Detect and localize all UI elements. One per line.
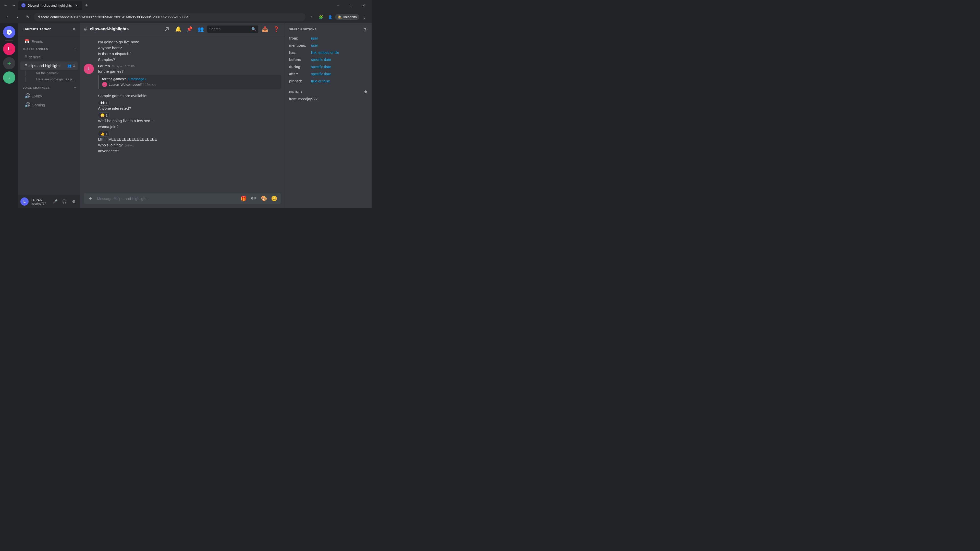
url-input[interactable] bbox=[34, 13, 305, 21]
maximize-button[interactable]: ▭ bbox=[345, 0, 357, 11]
option-val-has: link, embed or file bbox=[311, 51, 339, 55]
sub-channel-here[interactable]: Here are some games p... bbox=[25, 76, 78, 82]
voice-channel-gaming[interactable]: 🔊 Gaming bbox=[21, 100, 78, 109]
reaction-smile[interactable]: 😄 1 bbox=[98, 111, 281, 118]
server-header[interactable]: Lauren's server ∨ bbox=[18, 23, 80, 35]
message-group-lauren: L Lauren Today at 10:25 PM for the games… bbox=[80, 63, 285, 91]
deafen-button[interactable]: 🎧 bbox=[60, 197, 68, 206]
channel-members-icon[interactable]: 👥 bbox=[67, 64, 72, 68]
server-list: + ↓ bbox=[0, 23, 18, 208]
back-nav-button[interactable]: ‹ bbox=[3, 13, 11, 21]
mute-button[interactable]: 🎤 bbox=[51, 197, 59, 206]
add-text-channel-button[interactable]: + bbox=[73, 46, 78, 52]
window-controls: ─ ▭ ✕ bbox=[332, 0, 369, 11]
sample-games-block: Sample games are available! 👀 1 bbox=[80, 93, 285, 106]
history-item-moodjoy[interactable]: from: moodjoy777 bbox=[289, 96, 368, 102]
address-bar: ‹ › ↻ ☆ 🧩 👤 🕵 Incognito ⋮ bbox=[0, 11, 372, 23]
server-icon-green[interactable]: ↓ bbox=[3, 71, 15, 84]
search-option-from[interactable]: from: user bbox=[289, 35, 368, 42]
chevron-down-icon: ∨ bbox=[73, 27, 76, 32]
speaker-icon-gaming: 🔊 bbox=[24, 102, 30, 108]
new-tab-button[interactable]: + bbox=[83, 2, 90, 9]
search-option-pinned[interactable]: pinned: true or false bbox=[289, 78, 368, 85]
channel-icons: 👥 ⚙ bbox=[67, 64, 76, 68]
thread-link[interactable]: 1 Message › bbox=[128, 77, 146, 81]
server-icon-lauren[interactable] bbox=[3, 43, 15, 55]
search-box[interactable]: 🔍 bbox=[207, 25, 258, 33]
forward-button[interactable]: → bbox=[10, 2, 18, 9]
search-option-during[interactable]: during: specific date bbox=[289, 63, 368, 70]
bookmark-button[interactable]: ☆ bbox=[307, 13, 316, 21]
search-option-has[interactable]: has: link, embed or file bbox=[289, 49, 368, 56]
msg-going-live-sec: We'll be going live in a few sec.... bbox=[98, 118, 281, 124]
extensions-button[interactable]: 🧩 bbox=[317, 13, 325, 21]
incognito-badge: 🕵 Incognito bbox=[335, 14, 360, 20]
reaction-thumbsup[interactable]: 👍 1 bbox=[98, 130, 281, 137]
search-input[interactable] bbox=[209, 27, 251, 31]
add-server-button[interactable]: + bbox=[3, 57, 15, 69]
pin-button[interactable]: 📌 bbox=[185, 24, 194, 34]
back-button[interactable]: ← bbox=[2, 2, 9, 9]
voice-channel-lobby[interactable]: 🔊 Lobby bbox=[21, 92, 78, 100]
live-block: LIIIIIIIIVEEEEEEEEEEEEEEEEEE Who's joini… bbox=[80, 137, 285, 154]
thread-reply-author: Lauren bbox=[109, 83, 119, 86]
reaction-count-smile: 1 bbox=[106, 114, 107, 118]
reaction-emoji-eyes: 👀 bbox=[100, 101, 105, 105]
server-name: Lauren's server bbox=[22, 27, 51, 31]
user-settings-button[interactable]: ⚙ bbox=[69, 197, 78, 206]
msg-anyoneeee: anyoneeee? bbox=[98, 148, 281, 154]
notifications-button[interactable]: 🔔 bbox=[173, 24, 183, 34]
events-item[interactable]: 📅 Events bbox=[21, 38, 78, 45]
attach-button[interactable]: + bbox=[86, 194, 95, 203]
option-key-from: from: bbox=[289, 36, 310, 40]
reaction-eyes[interactable]: 👀 1 bbox=[98, 99, 281, 106]
channel-sidebar: Lauren's server ∨ 📅 Events TEXT CHANNELS… bbox=[18, 23, 80, 208]
tab-close-button[interactable]: ✕ bbox=[74, 3, 79, 8]
search-option-mentions[interactable]: mentions: user bbox=[289, 42, 368, 49]
clear-history-button[interactable]: 🗑 bbox=[364, 90, 368, 94]
msg-sample-games: Sample games are available! bbox=[98, 93, 281, 98]
tab-bar: ← → D Discord | #clips-and-highlights ✕ … bbox=[0, 0, 372, 11]
active-tab[interactable]: D Discord | #clips-and-highlights ✕ bbox=[18, 1, 82, 10]
sub-channel-games[interactable]: for the games? bbox=[25, 70, 78, 76]
msg-anyone-interested: Anyone interested? bbox=[98, 106, 281, 111]
threads-button[interactable] bbox=[162, 24, 172, 34]
option-val-before: specific date bbox=[311, 58, 331, 62]
user-controls: 🎤 🎧 ⚙ bbox=[51, 197, 78, 206]
help-button[interactable]: ❓ bbox=[272, 24, 281, 34]
members-button[interactable]: 👥 bbox=[196, 24, 205, 34]
more-button[interactable]: ⋮ bbox=[360, 13, 369, 21]
gift-button[interactable]: 🎁 bbox=[239, 194, 248, 203]
incognito-label: Incognito bbox=[343, 15, 357, 19]
emoji-button[interactable]: 😊 bbox=[269, 194, 279, 203]
channel-item-general[interactable]: # general bbox=[21, 53, 78, 61]
message-input[interactable] bbox=[97, 194, 237, 203]
message-timestamp-lauren: Today at 10:25 PM bbox=[112, 65, 135, 68]
search-help-icon[interactable]: ? bbox=[363, 27, 368, 32]
inbox-button[interactable]: 📥 bbox=[260, 24, 269, 34]
gif-button[interactable]: GIF bbox=[249, 194, 258, 203]
anyone-interested-block: Anyone interested? 😄 1 bbox=[80, 106, 285, 118]
channel-name-general: general bbox=[29, 55, 41, 59]
voice-channels-header[interactable]: VOICE CHANNELS + bbox=[18, 84, 80, 91]
reload-button[interactable]: ↻ bbox=[24, 13, 32, 21]
close-button[interactable]: ✕ bbox=[358, 0, 369, 11]
history-item-text: from: moodjoy777 bbox=[289, 97, 318, 101]
voice-channels-section: VOICE CHANNELS + 🔊 Lobby 🔊 Gaming bbox=[18, 84, 80, 109]
profile-button[interactable]: 👤 bbox=[326, 13, 334, 21]
discord-home-button[interactable] bbox=[3, 26, 15, 38]
channel-item-clips[interactable]: # clips-and-highlights 👥 ⚙ bbox=[21, 62, 78, 70]
thread-preview[interactable]: for the games? 1 Message › L Lauren Welc… bbox=[98, 75, 281, 89]
msg-live: LIIIIIIIIVEEEEEEEEEEEEEEEEEE bbox=[98, 137, 281, 142]
minimize-button[interactable]: ─ bbox=[332, 0, 344, 11]
forward-nav-button[interactable]: › bbox=[13, 13, 21, 21]
sticker-button[interactable]: 🎨 bbox=[259, 194, 269, 203]
search-option-after[interactable]: after: specific date bbox=[289, 70, 368, 78]
option-val-from: user bbox=[311, 36, 318, 40]
text-channels-label: TEXT CHANNELS bbox=[22, 48, 48, 51]
server-divider bbox=[5, 40, 13, 41]
channel-settings-icon[interactable]: ⚙ bbox=[73, 64, 76, 68]
text-channels-header[interactable]: TEXT CHANNELS + bbox=[18, 45, 80, 52]
search-option-before[interactable]: before: specific date bbox=[289, 56, 368, 63]
add-voice-channel-button[interactable]: + bbox=[73, 85, 78, 90]
